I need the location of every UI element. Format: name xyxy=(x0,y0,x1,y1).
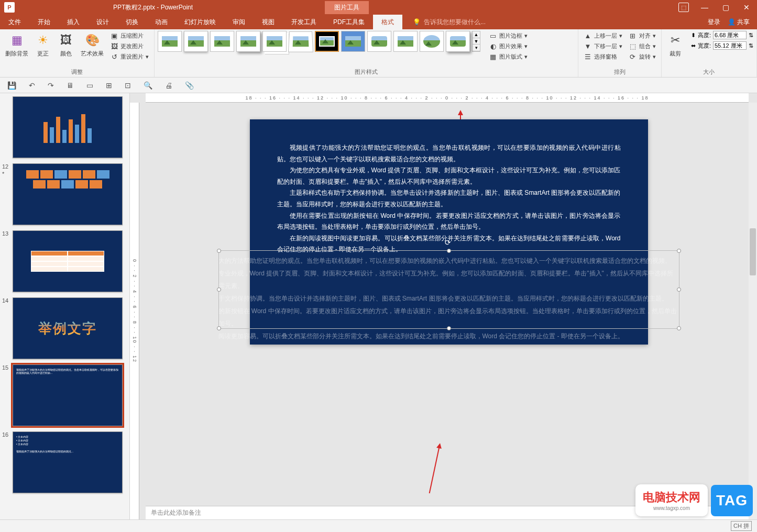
height-input[interactable] xyxy=(713,31,747,39)
watermark: 电脑技术网 www.tagxp.com TAG xyxy=(635,484,753,516)
slide-editor[interactable]: 18 · · · 16 · · · 14 · · · 12 · · · 10 ·… xyxy=(130,93,757,519)
qat-btn-4[interactable]: 🖥 xyxy=(64,80,76,91)
close-button[interactable]: ✕ xyxy=(736,0,757,15)
resize-handle-br[interactable] xyxy=(677,326,681,330)
picture-styles-gallery[interactable]: ▲▼▾ xyxy=(158,31,480,52)
login-link[interactable]: 登录 xyxy=(708,18,720,27)
group-size: ✂裁剪 ⬍高度:⇅ ⬌宽度:⇅ 大小 xyxy=(662,29,757,77)
lightbulb-icon: 💡 xyxy=(413,18,421,26)
titlebar: P PPT教程2.pptx - PowerPoint 图片工具 ⬚ — ▢ ✕ xyxy=(0,0,757,15)
thumb-slide-12[interactable] xyxy=(13,163,123,225)
group-label-adjust: 调整 xyxy=(3,67,151,76)
style-thumb-10[interactable] xyxy=(393,31,418,52)
tab-home[interactable]: 开始 xyxy=(29,15,59,30)
ribbon-display-options[interactable]: ⬚ xyxy=(678,3,689,12)
tab-design[interactable]: 设计 xyxy=(88,15,117,30)
thumb-slide-11[interactable] xyxy=(13,96,123,158)
resize-handle-bl[interactable] xyxy=(217,326,221,330)
statusbar: CH 拼 xyxy=(0,519,757,532)
qat-btn-7[interactable]: ⊡ xyxy=(123,80,133,91)
style-thumb-12[interactable] xyxy=(446,31,470,52)
color-button[interactable]: 🖼颜色 xyxy=(56,31,76,59)
style-thumb-5[interactable] xyxy=(262,31,287,52)
reset-icon: ↺ xyxy=(110,52,118,61)
rotate-handle[interactable]: ⟳ xyxy=(445,238,453,247)
tab-animations[interactable]: 动画 xyxy=(147,15,176,30)
thumb-slide-16[interactable]: • 文本内容• 文本内容• 文本内容视频提供了功能强大的方法帮助您证明您的观点.… xyxy=(13,431,123,493)
style-thumb-9[interactable] xyxy=(367,31,391,52)
group-button[interactable]: ⬚组合 ▾ xyxy=(627,41,658,51)
rotate-button[interactable]: ⟳旋转 ▾ xyxy=(627,52,658,61)
share-button[interactable]: 👤 共享 xyxy=(728,18,750,27)
redo-button[interactable]: ↷ xyxy=(46,80,56,91)
style-thumb-11[interactable] xyxy=(420,31,444,52)
picture-layout-button[interactable]: ▦图片版式 ▾ xyxy=(487,52,530,61)
resize-handle-bm[interactable] xyxy=(447,326,451,330)
picture-border-button[interactable]: ▭图片边框 ▾ xyxy=(487,31,530,40)
qat-btn-9[interactable]: 🖨 xyxy=(163,80,174,91)
tab-transitions[interactable]: 切换 xyxy=(117,15,147,30)
bring-forward-button[interactable]: ▲上移一层 ▾ xyxy=(582,31,624,40)
border-icon: ▭ xyxy=(489,31,497,40)
qat-btn-8[interactable]: 🔍 xyxy=(141,80,155,91)
tell-me-search[interactable]: 💡告诉我您想要做什么... xyxy=(413,18,486,27)
style-thumb-6[interactable] xyxy=(288,31,313,52)
group-label-arrange: 排列 xyxy=(582,67,658,76)
compress-pictures-button[interactable]: ▣压缩图片 xyxy=(108,31,151,40)
tab-developer[interactable]: 开发工具 xyxy=(283,15,325,30)
slide-thumbnails-panel[interactable]: 12* 13 14举例文字 15视频提供了功能强大的方法帮助您证明您的观点。当您… xyxy=(0,93,130,519)
resize-handle-ml[interactable] xyxy=(217,287,221,292)
maximize-button[interactable]: ▢ xyxy=(715,0,736,15)
current-slide[interactable]: 视频提供了功能强大的方法帮助您证明您的观点。当您单击联机视频时，可以在想要添加的… xyxy=(250,119,648,345)
vertical-scrollbar[interactable] xyxy=(749,103,757,519)
resize-handle-mr[interactable] xyxy=(677,287,681,292)
ribbon: ▦删除背景 ☀更正 🖼颜色 🎨艺术效果 ▣压缩图片 🖼更改图片 ↺重设图片 ▾ … xyxy=(0,29,757,77)
tab-slideshow[interactable]: 幻灯片放映 xyxy=(176,15,224,30)
thumb-slide-13[interactable] xyxy=(13,230,123,292)
resize-handle-tl[interactable] xyxy=(217,249,221,253)
style-thumb-3[interactable] xyxy=(210,31,234,52)
tab-view[interactable]: 视图 xyxy=(254,15,283,30)
tab-file[interactable]: 文件 xyxy=(0,15,29,30)
ime-indicator[interactable]: CH 拼 xyxy=(731,521,752,531)
artistic-effects-button[interactable]: 🎨艺术效果 xyxy=(79,31,106,59)
style-thumb-7[interactable] xyxy=(315,31,339,52)
undo-button[interactable]: ↶ xyxy=(27,80,37,91)
tab-pdf[interactable]: PDF工具集 xyxy=(325,15,373,30)
qat-btn-10[interactable]: 📎 xyxy=(183,80,196,91)
tab-insert[interactable]: 插入 xyxy=(59,15,88,30)
resize-handle-tr[interactable] xyxy=(677,249,681,253)
picture-effects-button[interactable]: ◐图片效果 ▾ xyxy=(487,41,530,51)
selected-picture[interactable]: ⟳ xyxy=(218,250,679,329)
tab-review[interactable]: 审阅 xyxy=(224,15,254,30)
width-input[interactable] xyxy=(713,41,747,50)
thumb-slide-15[interactable]: 视频提供了功能强大的方法帮助您证明您的观点。当您单击联机视频时，可以在想要添加的… xyxy=(13,364,123,426)
gallery-more-button[interactable]: ▲▼▾ xyxy=(472,31,480,52)
remove-background-button[interactable]: ▦删除背景 xyxy=(3,31,30,59)
save-button[interactable]: 💾 xyxy=(5,80,18,91)
style-thumb-4[interactable] xyxy=(236,31,260,52)
tab-format[interactable]: 格式 xyxy=(373,15,402,30)
change-icon: 🖼 xyxy=(110,42,118,50)
minimize-button[interactable]: — xyxy=(694,0,715,15)
send-backward-button[interactable]: ▼下移一层 ▾ xyxy=(582,41,624,51)
layout-icon: ▦ xyxy=(489,52,497,61)
qat-btn-5[interactable]: ▭ xyxy=(84,80,95,91)
change-picture-button[interactable]: 🖼更改图片 xyxy=(108,41,151,51)
selection-pane-button[interactable]: ☰选择窗格 xyxy=(582,52,624,61)
scrollbar-thumb[interactable] xyxy=(750,228,756,275)
reset-picture-button[interactable]: ↺重设图片 ▾ xyxy=(108,52,151,61)
height-icon: ⬍ xyxy=(691,32,696,39)
align-button[interactable]: ⊞对齐 ▾ xyxy=(627,31,658,40)
style-thumb-1[interactable] xyxy=(158,31,182,52)
compress-icon: ▣ xyxy=(110,31,118,40)
style-thumb-8[interactable] xyxy=(341,31,365,52)
thumb-slide-14[interactable]: 举例文字 xyxy=(13,297,123,359)
crop-button[interactable]: ✂裁剪 xyxy=(665,31,686,59)
qat-btn-6[interactable]: ⊞ xyxy=(104,80,114,91)
corrections-button[interactable]: ☀更正 xyxy=(32,31,53,59)
group-label-size: 大小 xyxy=(665,67,753,76)
resize-handle-tm[interactable] xyxy=(447,249,451,253)
style-thumb-2[interactable] xyxy=(184,31,208,52)
contextual-tab-label: 图片工具 xyxy=(325,1,369,14)
